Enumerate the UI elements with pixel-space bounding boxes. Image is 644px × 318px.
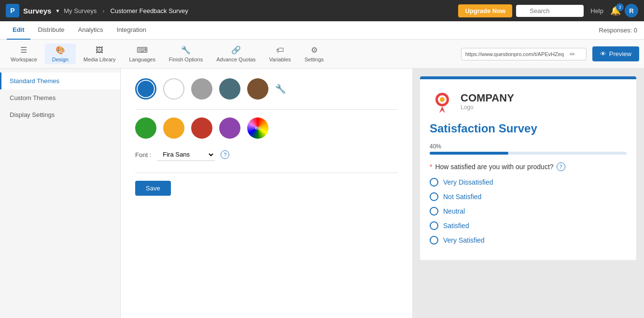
upgrade-button[interactable]: Upgrade Now (458, 4, 512, 17)
radio-option-5[interactable]: Very Satisfied (430, 236, 627, 245)
question-text: How satisfied are you with our product? (435, 163, 553, 171)
secondary-nav: Edit Distribute Analytics Integration Re… (0, 21, 644, 40)
required-star: * (430, 163, 432, 171)
app-dropdown-arrow[interactable]: ▼ (55, 8, 60, 14)
company-logo-sub: Logo (461, 104, 514, 111)
responses-count: Responses: 0 (599, 27, 638, 34)
color-teal[interactable] (219, 78, 240, 100)
font-row: Font : Fira Sans ? (135, 148, 398, 161)
radio-option-4[interactable]: Satisfied (430, 221, 627, 230)
sidebar-item-custom-themes[interactable]: Custom Themes (0, 89, 120, 106)
user-avatar[interactable]: R (625, 4, 638, 17)
color-gray[interactable] (191, 78, 212, 100)
radio-circle-5[interactable] (430, 236, 438, 245)
radio-circle-2[interactable] (430, 192, 438, 201)
radio-circle-3[interactable] (430, 207, 438, 216)
help-label: Help (590, 7, 603, 14)
search-input[interactable] (516, 5, 584, 17)
color-brown[interactable] (247, 78, 268, 100)
color-purple[interactable] (219, 117, 240, 139)
progress-percent: 40% (430, 143, 627, 150)
top-nav: P Surveys ▼ My Surveys › Customer Feedba… (0, 0, 644, 21)
app-name[interactable]: Surveys (23, 7, 51, 15)
breadcrumb-mysurveys[interactable]: My Surveys (64, 7, 97, 14)
toolbar-languages-label: Languages (129, 57, 155, 62)
survey-url-field: ✏ (461, 48, 587, 60)
option-label-5: Very Satisfied (443, 236, 485, 244)
toolbar-design-label: Design (52, 57, 69, 62)
design-icon: 🎨 (56, 45, 65, 55)
color-row-1: 🔧 (135, 78, 398, 100)
radio-circle-4[interactable] (430, 221, 438, 230)
toolbar-variables-label: Variables (269, 57, 291, 62)
svg-marker-3 (439, 106, 445, 113)
color-red[interactable] (191, 117, 212, 139)
progress-bar-fill (430, 152, 508, 155)
notification-button[interactable]: 🔔 3 (610, 5, 621, 16)
radio-option-2[interactable]: Not Satisfied (430, 192, 627, 201)
wrench-icon[interactable]: 🔧 (275, 84, 286, 94)
toolbar-design[interactable]: 🎨 Design (45, 43, 76, 64)
option-label-1: Very Dissatisfied (443, 178, 493, 186)
toolbar-languages[interactable]: ⌨ Languages (123, 43, 161, 64)
font-help-icon[interactable]: ? (221, 150, 229, 159)
toolbar-workspace[interactable]: ☰ Workspace (5, 43, 43, 64)
radio-option-3[interactable]: Neutral (430, 207, 627, 216)
color-blue[interactable] (135, 78, 156, 100)
divider-1 (135, 109, 398, 110)
nav-integration[interactable]: Integration (111, 21, 152, 40)
main-content: Standard Themes Custom Themes Display Se… (0, 69, 644, 318)
survey-card: COMPANY Logo Satisfaction Survey 40% * (420, 76, 636, 260)
question-help-icon[interactable]: ? (557, 162, 565, 171)
save-button[interactable]: Save (135, 181, 171, 196)
option-label-3: Neutral (443, 207, 465, 215)
right-preview: COMPANY Logo Satisfaction Survey 40% * (412, 69, 644, 318)
nav-edit[interactable]: Edit (7, 21, 30, 40)
toolbar-media-library[interactable]: 🖼 Media Library (78, 44, 122, 64)
radio-circle-1[interactable] (430, 178, 438, 187)
nav-analytics[interactable]: Analytics (72, 21, 109, 40)
nav-distribute[interactable]: Distribute (32, 21, 70, 40)
toolbar-finish-options[interactable]: 🔧 Finish Options (163, 43, 209, 64)
advance-quotas-icon: 🔗 (231, 45, 241, 55)
edit-url-icon[interactable]: ✏ (570, 50, 575, 58)
toolbar-advance-quotas[interactable]: 🔗 Advance Quotas (210, 43, 261, 64)
font-select[interactable]: Fira Sans (157, 148, 215, 161)
sidebar-item-display-settings[interactable]: Display Settings (0, 106, 120, 123)
pencil-icon: ✏ (255, 124, 261, 133)
variables-icon: 🏷 (276, 46, 284, 55)
preview-button[interactable]: 👁 Preview (592, 46, 639, 61)
center-panel: 🔧 ✏ Font : Fira Sans ? Save (121, 69, 412, 318)
notification-badge: 3 (616, 3, 624, 11)
toolbar-settings-label: Settings (305, 57, 324, 62)
finish-options-icon: 🔧 (181, 45, 191, 55)
company-logo-svg (430, 89, 455, 114)
preview-eye-icon: 👁 (600, 50, 606, 58)
breadcrumb-separator: › (102, 7, 104, 14)
workspace-icon: ☰ (20, 45, 27, 55)
color-green[interactable] (135, 117, 156, 139)
survey-url-input[interactable] (465, 51, 567, 57)
preview-label: Preview (609, 50, 631, 58)
toolbar-variables[interactable]: 🏷 Variables (264, 44, 297, 64)
media-library-icon: 🖼 (96, 46, 103, 55)
radio-option-1[interactable]: Very Dissatisfied (430, 178, 627, 187)
svg-point-2 (440, 97, 445, 102)
toolbar-workspace-label: Workspace (11, 57, 37, 62)
color-custom-rainbow[interactable]: ✏ (247, 117, 268, 139)
color-white[interactable] (163, 78, 184, 100)
progress-bar-bg (430, 152, 627, 155)
company-logo-area: COMPANY Logo (430, 89, 627, 114)
toolbar-settings[interactable]: ⚙ Settings (299, 43, 330, 64)
color-orange[interactable] (163, 117, 184, 139)
settings-icon: ⚙ (311, 45, 318, 55)
sidebar-item-standard-themes[interactable]: Standard Themes (0, 72, 120, 89)
logo-button[interactable]: P (6, 4, 19, 17)
color-row-2: ✏ (135, 117, 398, 139)
toolbar-media-label: Media Library (84, 57, 116, 62)
font-label: Font : (135, 151, 151, 159)
divider-2 (135, 173, 398, 173)
option-label-2: Not Satisfied (443, 193, 481, 201)
toolbar-quotas-label: Advance Quotas (216, 57, 255, 62)
progress-area: 40% (430, 143, 627, 155)
